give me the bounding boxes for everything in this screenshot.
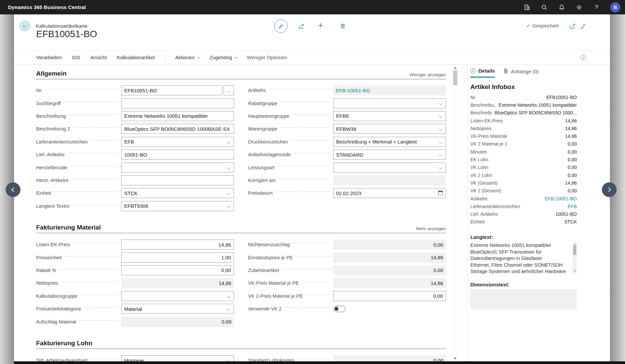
- field-row: Langtext Textnr.EFBT9308: [36, 200, 234, 212]
- field-dropdown[interactable]: STCK: [121, 188, 234, 198]
- scroll-down-arrow[interactable]: [453, 356, 458, 361]
- field-dropdown[interactable]: EFB6: [333, 111, 446, 121]
- share-icon[interactable]: [298, 23, 306, 31]
- field-value: BlueOptics SFP BO05C856S5D 1000BASE-SX: [124, 126, 230, 132]
- field-dropdown[interactable]: Montage: [121, 355, 234, 361]
- scroll-up-arrow[interactable]: [453, 65, 458, 70]
- field-dropdown[interactable]: [333, 163, 446, 173]
- field-dropdown[interactable]: STANDARD: [333, 150, 446, 160]
- popout-window-icon[interactable]: [569, 23, 576, 31]
- previous-record-button[interactable]: [6, 182, 20, 197]
- back-button[interactable]: ←: [19, 20, 30, 31]
- text-input[interactable]: 0,00: [121, 265, 234, 275]
- saved-label: Gespeichert: [532, 23, 558, 28]
- page-title: EFB10051-BO: [36, 29, 97, 39]
- calendar-icon[interactable]: [438, 191, 443, 195]
- field-control: STCK: [121, 188, 234, 198]
- scrollbar-thumb[interactable]: [453, 70, 457, 85]
- field-label: Suchbegriff: [36, 101, 61, 106]
- dotted-leader: [291, 140, 330, 141]
- menu-ids[interactable]: IDS: [72, 55, 80, 60]
- plus-icon[interactable]: +: [318, 21, 323, 29]
- field-dropdown[interactable]: Beschreibung + Merkmal + Langtext: [333, 137, 446, 147]
- infobox-label: VK 2 (Gesamt): [470, 188, 501, 193]
- menu-ansicht[interactable]: Ansicht: [90, 55, 107, 60]
- dimensionstext-box[interactable]: [470, 289, 577, 309]
- field-row: Kalkulationsgruppe: [36, 290, 234, 302]
- toggle-switch[interactable]: [333, 306, 345, 312]
- field-row: Aufschlag Material0,00: [36, 315, 234, 328]
- gear-icon[interactable]: [575, 4, 583, 11]
- field-dropdown[interactable]: EFBW38: [333, 124, 446, 134]
- field-label: Aufschlag Material: [36, 319, 76, 325]
- info-icon[interactable]: i: [580, 55, 586, 61]
- text-input[interactable]: 1,00: [121, 253, 234, 263]
- next-record-button[interactable]: [602, 182, 617, 197]
- menu-verarbeiten[interactable]: Verarbeiten: [36, 55, 62, 60]
- infobox-row: Listen-EK-Preis14,86: [470, 117, 577, 124]
- menu-weniger-optionen[interactable]: Weniger Optionen: [247, 55, 287, 60]
- date-field[interactable]: 02.02.2023: [333, 188, 446, 198]
- text-input[interactable]: [121, 175, 234, 185]
- main-scrollbar[interactable]: [453, 65, 457, 361]
- field-value-link[interactable]: EFB-10051-BO: [336, 88, 370, 93]
- field-row: Nettopreis14,86: [36, 277, 234, 289]
- infobox-value-link[interactable]: EFB-10051-BO: [545, 196, 577, 201]
- menu-aktionen[interactable]: Aktionen: [175, 55, 199, 60]
- field-row: Rabatt %0,00: [36, 264, 234, 277]
- langtext-box[interactable]: Extreme Networks 10051 kompatiblerBlueOp…: [470, 242, 577, 274]
- field-control: EFBT9308: [121, 201, 234, 211]
- infobox-value: 14,86: [565, 126, 577, 131]
- app-title[interactable]: Dynamics 365 Business Central: [8, 4, 86, 10]
- field-dropdown[interactable]: EFBT9308: [121, 201, 234, 211]
- avatar[interactable]: B: [610, 2, 620, 12]
- text-input[interactable]: 10051-BO: [121, 150, 234, 160]
- help-icon[interactable]: ?: [593, 4, 600, 11]
- field-row: Preiseinheit1,00: [36, 251, 234, 264]
- dotted-leader: [73, 204, 118, 205]
- field-dropdown[interactable]: [333, 98, 446, 108]
- infobox-row: EK Lohn0,00: [470, 156, 577, 163]
- infobox-value: 0,00: [568, 188, 577, 193]
- edit-pencil-icon[interactable]: [274, 19, 288, 33]
- show-less-link[interactable]: Weniger anzeigen: [409, 72, 446, 77]
- tab-anhaenge[interactable]: Anhänge (0): [503, 68, 539, 78]
- field-control: 02.02.2023: [333, 188, 446, 198]
- text-input[interactable]: 0,00: [333, 291, 446, 301]
- ellipsis-lookup-button[interactable]: …: [224, 85, 234, 95]
- field-dropdown[interactable]: Material: [121, 304, 234, 314]
- langtext-scrollbar[interactable]: [572, 242, 577, 274]
- show-more-link[interactable]: Mehr anzeigen: [416, 226, 446, 231]
- collapse-icon[interactable]: [580, 23, 587, 31]
- field-dropdown[interactable]: [121, 163, 234, 173]
- menu-zugehoerig[interactable]: Zugehörig: [210, 55, 237, 60]
- infobox-row: VK Lohn0,00: [470, 164, 577, 171]
- text-input[interactable]: [121, 98, 234, 108]
- bell-icon[interactable]: [558, 4, 565, 11]
- field-control: BlueOptics SFP BO05C856S5D 1000BASE-SX: [121, 124, 234, 134]
- paperclip-icon: [503, 68, 508, 75]
- building-icon[interactable]: [523, 4, 531, 11]
- search-icon[interactable]: [541, 4, 548, 11]
- field-value: 0,00: [434, 267, 443, 273]
- menu-kalkulationartikel[interactable]: Kalkulationartikel: [117, 55, 155, 60]
- dotted-leader: [70, 166, 118, 167]
- text-input[interactable]: Extreme Networks 10051 kompatibler: [121, 111, 234, 121]
- text-input[interactable]: 14,86: [121, 240, 234, 250]
- field-control: 14,86: [121, 278, 234, 288]
- field-dropdown[interactable]: [121, 291, 234, 301]
- langtext-scroll-down[interactable]: [572, 269, 577, 273]
- top-app-bar: Dynamics 365 Business Central ? B: [0, 0, 625, 14]
- trash-icon[interactable]: [339, 23, 346, 31]
- field-dropdown[interactable]: EFB: [121, 137, 234, 147]
- menu-divider: [165, 54, 165, 61]
- text-input[interactable]: BlueOptics SFP BO05C856S5D 1000BASE-SX: [121, 124, 234, 134]
- field-control: Beschreibung + Merkmal + Langtext: [333, 137, 446, 147]
- tab-details[interactable]: i Details: [470, 68, 495, 78]
- langtext-scroll-thumb[interactable]: [573, 246, 576, 255]
- field-row: Preisdatum02.02.2023: [248, 187, 446, 199]
- infobox-value-link[interactable]: EFB: [568, 204, 577, 209]
- dotted-leader: [64, 256, 118, 257]
- field-value: Material: [124, 306, 142, 312]
- text-input[interactable]: EFB10051-BO: [121, 85, 222, 95]
